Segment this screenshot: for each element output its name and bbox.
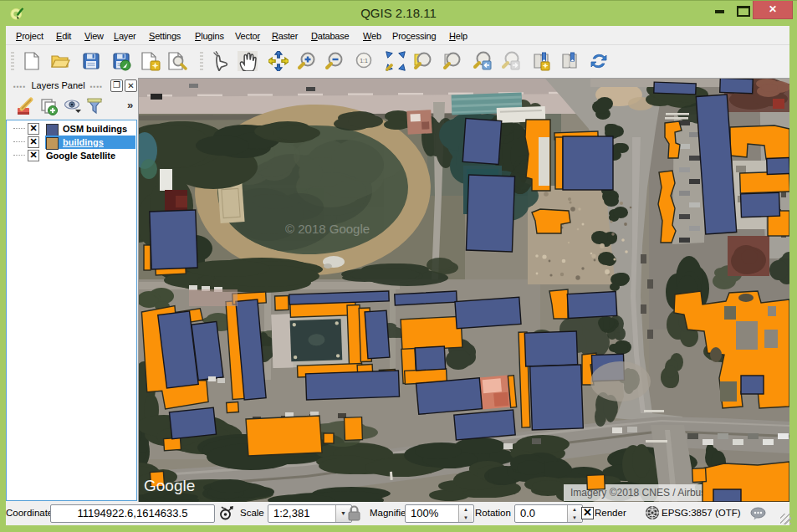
svg-text:1:1: 1:1	[360, 58, 368, 64]
svg-text:Google: Google	[144, 477, 195, 494]
svg-text:© 2018 Google: © 2018 Google	[285, 222, 370, 236]
